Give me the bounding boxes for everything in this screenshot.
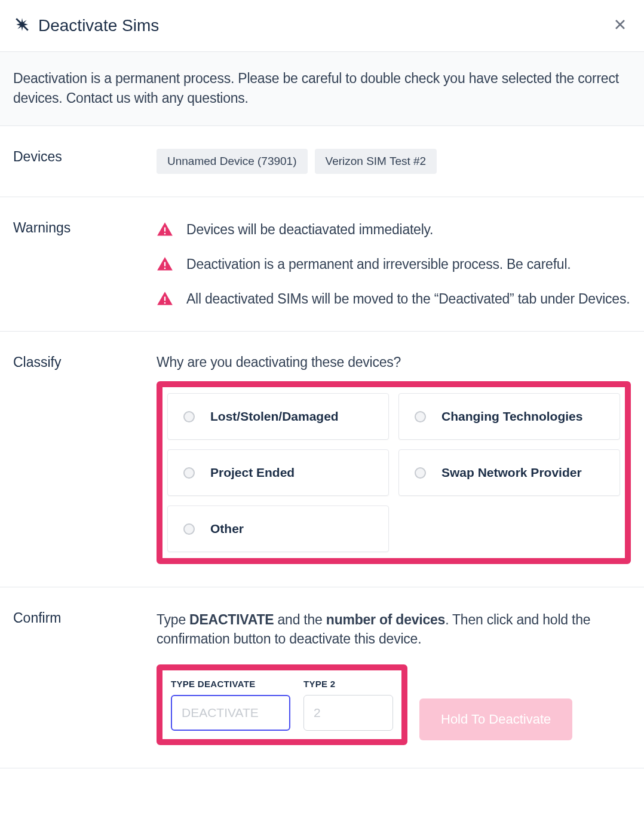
radio-icon — [183, 523, 195, 535]
alert-icon — [157, 221, 173, 238]
confirm-text-bold: number of devices — [326, 612, 445, 627]
confirm-label: Confirm — [13, 610, 157, 744]
svg-rect-7 — [164, 297, 165, 301]
svg-rect-5 — [164, 262, 165, 266]
radio-label: Changing Technologies — [441, 409, 582, 424]
warning-text: Devices will be deactiavated immediately… — [186, 220, 433, 239]
dialog-title: Deactivate Sims — [38, 16, 159, 35]
count-input[interactable] — [303, 695, 393, 731]
devices-section: Devices Unnamed Device (73901) Verizon S… — [0, 126, 644, 197]
warnings-label: Warnings — [13, 220, 157, 309]
radio-icon — [415, 467, 426, 479]
warnings-content: Devices will be deactiavated immediately… — [157, 220, 631, 309]
svg-rect-3 — [164, 227, 165, 231]
warning-item: Devices will be deactiavated immediately… — [157, 220, 631, 239]
devices-content: Unnamed Device (73901) Verizon SIM Test … — [157, 149, 631, 174]
classify-content: Why are you deactivating these devices? … — [157, 354, 631, 564]
warning-text: All deactivated SIMs will be moved to th… — [186, 289, 630, 308]
confirm-text-part: Type — [157, 612, 189, 627]
radio-option-project-ended[interactable]: Project Ended — [167, 449, 389, 496]
radio-icon — [183, 467, 195, 479]
warning-text: Deactivation is a permanent and irrevers… — [186, 255, 571, 274]
input-group-deactivate: TYPE DEACTIVATE — [171, 679, 290, 731]
classify-highlight: Lost/Stolen/Damaged Changing Technologie… — [157, 381, 631, 564]
warning-item: All deactivated SIMs will be moved to th… — [157, 289, 631, 308]
input-label-count: TYPE 2 — [303, 679, 393, 689]
close-icon — [613, 17, 627, 32]
confirm-instruction: Type DEACTIVATE and the number of device… — [157, 610, 631, 648]
confirm-text-bold: DEACTIVATE — [189, 612, 274, 627]
confirm-highlight: TYPE DEACTIVATE TYPE 2 — [157, 664, 407, 745]
radio-option-other[interactable]: Other — [167, 505, 389, 552]
warning-item: Deactivation is a permanent and irrevers… — [157, 255, 631, 274]
confirm-section: Confirm Type DEACTIVATE and the number o… — [0, 587, 644, 768]
svg-rect-6 — [164, 268, 165, 269]
confirm-content: Type DEACTIVATE and the number of device… — [157, 610, 631, 744]
radio-label: Lost/Stolen/Damaged — [210, 409, 339, 424]
confirm-text-part: and the — [274, 612, 326, 627]
close-button[interactable] — [611, 14, 630, 37]
devices-label: Devices — [13, 149, 157, 174]
radio-option-swap-network[interactable]: Swap Network Provider — [398, 449, 620, 496]
input-group-count: TYPE 2 — [303, 679, 393, 731]
confirm-row: TYPE DEACTIVATE TYPE 2 Hold To Deactivat… — [157, 664, 631, 745]
radio-label: Other — [210, 522, 244, 536]
device-chip: Verizon SIM Test #2 — [315, 149, 437, 174]
deactivate-icon — [14, 17, 30, 35]
classify-question: Why are you deactivating these devices? — [157, 354, 631, 370]
device-chips: Unnamed Device (73901) Verizon SIM Test … — [157, 149, 631, 174]
device-chip: Unnamed Device (73901) — [157, 149, 308, 174]
warning-list: Devices will be deactiavated immediately… — [157, 220, 631, 309]
warning-banner: Deactivation is a permanent process. Ple… — [0, 52, 644, 126]
alert-icon — [157, 256, 173, 272]
hold-to-deactivate-button[interactable]: Hold To Deactivate — [419, 698, 572, 740]
radio-label: Project Ended — [210, 465, 295, 480]
classify-radio-grid: Lost/Stolen/Damaged Changing Technologie… — [167, 393, 620, 552]
deactivate-input[interactable] — [171, 695, 290, 731]
classify-section: Classify Why are you deactivating these … — [0, 332, 644, 587]
radio-option-lost[interactable]: Lost/Stolen/Damaged — [167, 393, 389, 440]
alert-icon — [157, 290, 173, 307]
svg-rect-8 — [164, 302, 165, 304]
header-left: Deactivate Sims — [14, 16, 159, 35]
warnings-section: Warnings Devices will be deactiavated im… — [0, 197, 644, 332]
radio-label: Swap Network Provider — [441, 465, 582, 480]
radio-icon — [415, 411, 426, 422]
input-label-deactivate: TYPE DEACTIVATE — [171, 679, 290, 689]
dialog-header: Deactivate Sims — [0, 0, 644, 52]
classify-label: Classify — [13, 354, 157, 564]
radio-option-changing-tech[interactable]: Changing Technologies — [398, 393, 620, 440]
radio-icon — [183, 411, 195, 422]
svg-rect-4 — [164, 233, 165, 234]
